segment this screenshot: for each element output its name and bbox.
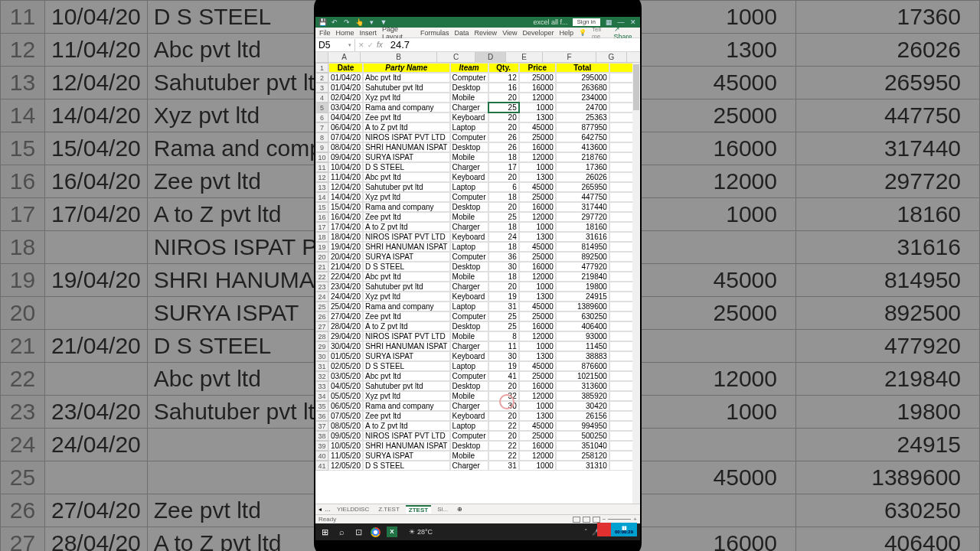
row-header-1[interactable]: 1 (315, 63, 328, 73)
cell[interactable]: 16000 (519, 441, 556, 451)
formula-input[interactable]: 24.7 (386, 39, 414, 51)
cell[interactable]: 22 (488, 421, 519, 431)
cell[interactable]: 1000 (519, 222, 556, 232)
row-header-23[interactable]: 23 (315, 282, 328, 292)
cell[interactable]: D S STEEL (363, 361, 450, 371)
cell[interactable]: A to Z pvt ltd (363, 122, 450, 132)
cell[interactable]: Desktop (450, 142, 488, 152)
cell[interactable]: 26 (488, 132, 519, 142)
cell[interactable]: 20 (488, 202, 519, 212)
cell[interactable]: 02/05/20 (328, 361, 363, 371)
cell[interactable]: Abc pvt ltd (363, 371, 450, 381)
row-header-25[interactable]: 25 (315, 302, 328, 311)
col-G[interactable]: G (596, 52, 627, 62)
row-header-40[interactable]: 40 (315, 451, 328, 461)
row-header-17[interactable]: 17 (315, 222, 328, 232)
cell[interactable]: 27/04/20 (328, 311, 363, 321)
cell[interactable]: 22/04/20 (328, 272, 363, 282)
cell[interactable]: 313600 (556, 381, 609, 391)
cell[interactable]: 477920 (556, 262, 609, 272)
cell[interactable]: 263680 (556, 83, 609, 93)
touch-icon[interactable]: 👆 (355, 18, 363, 26)
row-header-5[interactable]: 5 (315, 103, 328, 112)
cell[interactable]: 219840 (556, 272, 609, 282)
cell[interactable]: D S STEEL (363, 262, 450, 272)
cell[interactable]: 24 (488, 232, 519, 242)
cell[interactable]: 1300 (519, 411, 556, 421)
excel-taskbar-icon[interactable]: X (386, 526, 398, 538)
cell[interactable]: 234000 (556, 93, 609, 103)
row-header-22[interactable]: 22 (315, 272, 328, 282)
select-all-corner[interactable] (315, 52, 328, 62)
cell[interactable]: 01/04/20 (328, 73, 363, 83)
cell[interactable]: SURYA ISPAT (363, 451, 450, 461)
tray-chevron-icon[interactable]: ˄ (584, 528, 588, 536)
cell[interactable]: SHRI HANUMAN ISPAT (363, 341, 450, 351)
cell[interactable]: 20 (488, 282, 519, 292)
tab-nav-prev-icon[interactable]: ◂ (318, 506, 322, 513)
cell[interactable]: 1300 (519, 172, 556, 182)
cell[interactable]: 17 (488, 162, 519, 172)
ribbon-tab-file[interactable]: File (319, 29, 331, 37)
cell[interactable]: 892500 (556, 252, 609, 262)
cell[interactable]: 24915 (556, 292, 609, 302)
cell[interactable]: Keyboard (450, 351, 488, 361)
cell[interactable]: 6 (488, 182, 519, 192)
cell[interactable]: 20 (488, 93, 519, 103)
cell[interactable]: Sahutuber pvt ltd (363, 381, 450, 391)
cell[interactable]: 12/05/20 (328, 461, 363, 471)
cell[interactable]: Mobile (450, 391, 488, 401)
row-header-41[interactable]: 41 (315, 461, 328, 471)
cell[interactable]: Zee pvt ltd (363, 212, 450, 222)
cell[interactable]: 18 (488, 242, 519, 252)
cell[interactable]: 45000 (519, 242, 556, 252)
cell[interactable]: 12000 (519, 391, 556, 401)
cell[interactable]: Xyz pvt ltd (363, 93, 450, 103)
cell[interactable]: SHRI HANUMAN ISPAT (363, 441, 450, 451)
cell[interactable]: 11/04/20 (328, 172, 363, 182)
cell[interactable]: Laptop (450, 421, 488, 431)
cell[interactable]: 04/04/20 (328, 112, 363, 122)
cell[interactable]: 12000 (519, 152, 556, 162)
cell[interactable]: 642750 (556, 132, 609, 142)
dropdown-icon[interactable]: ▾ (368, 18, 375, 26)
cell[interactable]: 1389600 (556, 302, 609, 311)
cell[interactable]: Desktop (450, 262, 488, 272)
cell[interactable]: 16/04/20 (328, 212, 363, 222)
cell[interactable]: 16 (488, 83, 519, 93)
search-icon[interactable]: ⌕ (335, 526, 348, 538)
cell[interactable]: 16000 (519, 381, 556, 391)
cell[interactable]: Zee pvt ltd (363, 311, 450, 321)
cell[interactable]: 19/04/20 (328, 242, 363, 252)
cell[interactable]: 16000 (519, 321, 556, 331)
cell[interactable]: 31 (488, 461, 519, 471)
start-icon[interactable]: ⊞ (318, 526, 331, 538)
cell[interactable]: 45000 (519, 421, 556, 431)
cell[interactable]: Laptop (450, 361, 488, 371)
cell[interactable]: 630250 (556, 311, 609, 321)
cell[interactable]: 25000 (519, 73, 556, 83)
ribbon-tab-review[interactable]: Review (475, 29, 498, 37)
cell[interactable]: Sahutuber pvt ltd (363, 282, 450, 292)
row-header-20[interactable]: 20 (315, 252, 328, 262)
cell[interactable]: 01/05/20 (328, 351, 363, 361)
cell[interactable]: SURYA ISPAT (363, 351, 450, 361)
cell[interactable]: Xyz pvt ltd (363, 192, 450, 202)
row-header-31[interactable]: 31 (315, 361, 328, 371)
cell[interactable]: 12000 (519, 93, 556, 103)
cell[interactable]: 24/04/20 (328, 292, 363, 302)
col-D[interactable]: D (475, 52, 506, 62)
cell[interactable]: Desktop (450, 202, 488, 212)
cell[interactable]: Desktop (450, 381, 488, 391)
cell[interactable]: 26156 (556, 411, 609, 421)
cell[interactable]: 26026 (556, 172, 609, 182)
cell[interactable]: 25000 (519, 252, 556, 262)
cell[interactable]: 406400 (556, 321, 609, 331)
cell[interactable]: 317440 (556, 202, 609, 212)
cell[interactable]: 11/05/20 (328, 451, 363, 461)
cell[interactable]: 25000 (519, 132, 556, 142)
cell[interactable]: A to Z pvt ltd (363, 222, 450, 232)
row-header-9[interactable]: 9 (315, 142, 328, 152)
cell[interactable]: Charger (450, 341, 488, 351)
tab-nav-menu-icon[interactable]: … (325, 506, 331, 513)
